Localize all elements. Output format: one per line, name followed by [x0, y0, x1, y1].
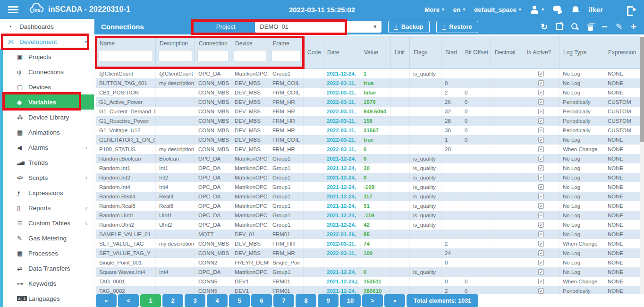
- page-button-9[interactable]: 9: [318, 294, 339, 307]
- table-row[interactable]: @ClientCount@ClientCountOPC_DAMatrikonOP…: [96, 69, 640, 78]
- table-row[interactable]: Random.Int4Int4OPC_DAMatrikonOPCGroup120…: [96, 182, 640, 192]
- restore-button[interactable]: ↑ Restore: [436, 21, 478, 33]
- language-menu[interactable]: en▾: [453, 6, 465, 13]
- sidebar-item-development[interactable]: ЖDevelopment▾: [0, 34, 94, 49]
- is-active-checkbox[interactable]: ✓: [538, 109, 544, 114]
- table-row[interactable]: CB1_POSITIONCONN_MBSDEV_MBSFRM_COIL2022-…: [96, 88, 640, 97]
- sidebar-item-connections[interactable]: ψConnections: [0, 64, 94, 79]
- column-header-device[interactable]: Device: [231, 36, 269, 68]
- table-row[interactable]: GENERATOR_1_ON_OFCONN_MBSDEV_MBSFRM_COIL…: [96, 135, 640, 145]
- edit-table-icon[interactable]: [556, 23, 563, 30]
- sidebar-item-alarms[interactable]: ◀Alarms‹: [0, 140, 94, 155]
- sidebar-item-gas-metering[interactable]: ✎Gas Metering: [0, 230, 94, 246]
- table-row[interactable]: TAG_0002CONN5DEV1FRM012021-12-24,3806102…: [96, 286, 640, 294]
- page-button-3[interactable]: 3: [185, 294, 205, 307]
- column-header-log_type[interactable]: Log Type: [559, 36, 604, 68]
- sidebar-item-keywords[interactable]: ⊶Keywords: [0, 276, 94, 291]
- messages-icon[interactable]: [553, 6, 563, 13]
- filter-input-device[interactable]: [234, 50, 266, 62]
- is-active-checkbox[interactable]: ✓: [538, 80, 544, 86]
- table-row[interactable]: Random.Real8Real8OPC_DAMatrikonOPCGroup1…: [96, 201, 640, 211]
- table-row[interactable]: G1_Voltage_U12CONN_MBSDEV_MBSFRM_HR2022-…: [96, 126, 640, 135]
- sidebar-item-languages[interactable]: AZLanguages: [0, 291, 94, 306]
- workspace-menu[interactable]: default_space▾: [474, 6, 521, 13]
- is-active-checkbox[interactable]: ✓: [538, 279, 544, 284]
- sidebar-item-animations[interactable]: ▤Animations: [0, 125, 94, 140]
- is-active-checkbox[interactable]: ✓: [538, 99, 544, 105]
- is-active-checkbox[interactable]: ✓: [538, 241, 544, 247]
- menu-toggle-icon[interactable]: [8, 6, 18, 13]
- column-header-name[interactable]: Name: [96, 36, 156, 68]
- table-row[interactable]: Random.Int1Int1OPC_DAMatrikonOPCGroup120…: [96, 163, 640, 173]
- backup-button[interactable]: ↓ Backup: [388, 21, 429, 33]
- column-header-date[interactable]: Date: [323, 36, 360, 68]
- page-button-10[interactable]: 10: [340, 294, 361, 307]
- edit-row-icon[interactable]: ✎: [616, 22, 622, 32]
- is-active-checkbox[interactable]: ✓: [538, 222, 544, 228]
- sidebar-item-expressions[interactable]: ƒExpressions: [0, 185, 94, 200]
- is-active-checkbox[interactable]: ✓: [538, 146, 544, 152]
- sidebar-item-devices[interactable]: ▢Devices: [0, 79, 94, 94]
- page-button-6[interactable]: 6: [251, 294, 272, 307]
- logout-icon[interactable]: [627, 6, 636, 14]
- sidebar-item-variables[interactable]: ◈Variables: [3, 94, 94, 110]
- is-active-checkbox[interactable]: ✓: [538, 231, 544, 237]
- table-row[interactable]: Random.Real4Real4OPC_DAMatrikonOPCGroup1…: [96, 192, 640, 201]
- is-active-checkbox[interactable]: ✓: [538, 71, 544, 77]
- column-header-decimal[interactable]: Decimal: [491, 36, 523, 68]
- page-button-5[interactable]: 5: [229, 294, 250, 307]
- is-active-checkbox[interactable]: ✓: [538, 156, 544, 162]
- is-active-checkbox[interactable]: ✓: [538, 203, 544, 209]
- sidebar-item-data-transfers[interactable]: ⇄Data Transfers: [0, 261, 94, 276]
- table-row[interactable]: Random.Int2Int2OPC_DAMatrikonOPCGroup120…: [96, 173, 640, 182]
- sidebar-item-scripts[interactable]: </>Scripts‹: [0, 170, 94, 185]
- table-row[interactable]: Single_Point_001CONN2FREYR_DEMOSingle_Po…: [96, 258, 640, 267]
- last-page-button[interactable]: »: [384, 294, 405, 307]
- is-active-checkbox[interactable]: ✓: [538, 194, 544, 199]
- is-active-checkbox[interactable]: ✓: [538, 175, 544, 180]
- is-active-checkbox[interactable]: ✓: [538, 184, 544, 190]
- remove-row-icon[interactable]: −: [602, 23, 608, 31]
- column-header-frame[interactable]: Frame: [269, 36, 304, 68]
- table-row[interactable]: TAG_0001CONN5DEV1FRM012021-12-24,(153511…: [96, 277, 640, 286]
- project-select[interactable]: DEMO_01 ▼: [255, 21, 381, 33]
- sidebar-item-trends[interactable]: ▂▄▆Trends: [0, 155, 94, 170]
- next-page-button[interactable]: >: [362, 294, 383, 307]
- is-active-checkbox[interactable]: ✓: [538, 288, 544, 294]
- table-row[interactable]: Random.UInt2UInt2OPC_DAMatrikonOPCGroup1…: [96, 220, 640, 230]
- page-button-1[interactable]: 1: [140, 294, 161, 307]
- column-header-description[interactable]: Description: [156, 36, 195, 68]
- filter-input-connection[interactable]: [197, 50, 229, 62]
- column-header-flags[interactable]: Flags: [410, 36, 441, 68]
- more-menu[interactable]: More▾: [424, 6, 444, 13]
- table-row[interactable]: SAMPLE_VALUE_01MQTTDEV_01FRM012022-01-26…: [96, 230, 640, 239]
- notifications-icon[interactable]: [572, 6, 579, 14]
- add-row-icon[interactable]: +: [630, 23, 636, 31]
- is-active-checkbox[interactable]: ✓: [538, 165, 544, 171]
- column-header-code[interactable]: Code: [304, 36, 323, 68]
- filter-input-description[interactable]: [158, 50, 192, 62]
- prev-page-button[interactable]: <: [118, 294, 139, 307]
- table-row[interactable]: Random.UInt1UInt1OPC_DAMatrikonOPCGroup1…: [96, 211, 640, 220]
- is-active-checkbox[interactable]: ✓: [538, 213, 544, 218]
- page-button-8[interactable]: 8: [296, 294, 316, 307]
- table-row[interactable]: G1_Current_Demand_ICONN_MBSDEV_MBSFRM_HR…: [96, 107, 640, 116]
- table-row[interactable]: P100_STATUSmy descriptionCONN_MBSDEV_MBS…: [96, 145, 640, 154]
- table-row[interactable]: Square Waves.Int4Int4OPC_DAMatrikonOPCGr…: [96, 267, 640, 277]
- is-active-checkbox[interactable]: ✓: [538, 128, 544, 133]
- refresh-icon[interactable]: ↻: [541, 23, 548, 31]
- column-header-value[interactable]: Value: [360, 36, 391, 68]
- sidebar-item-processes[interactable]: ▦Processes: [0, 246, 94, 261]
- is-active-checkbox[interactable]: ✓: [538, 269, 544, 275]
- sidebar-item-device-library[interactable]: ⁂Device Library: [0, 110, 94, 125]
- column-header-start[interactable]: Start: [441, 36, 461, 68]
- filter-input-frame[interactable]: [271, 50, 301, 62]
- page-button-2[interactable]: 2: [162, 294, 183, 307]
- sidebar-item-reports[interactable]: ▯Reports‹: [0, 200, 94, 215]
- is-active-checkbox[interactable]: ✓: [538, 90, 544, 95]
- is-active-checkbox[interactable]: ✓: [538, 118, 544, 124]
- vertical-scrollbar-thumb[interactable]: [640, 37, 644, 142]
- profile-menu[interactable]: ▾: [530, 6, 544, 14]
- page-button-4[interactable]: 4: [207, 294, 228, 307]
- table-row[interactable]: SET_VALUE_TAG_YCONN_MBSDEV_MBSFRM_HR2022…: [96, 248, 640, 258]
